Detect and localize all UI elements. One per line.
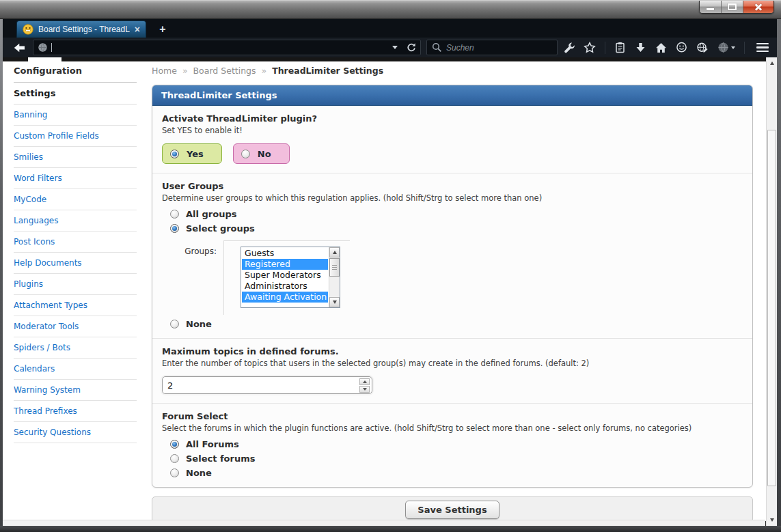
minimize-button[interactable]	[700, 1, 722, 13]
sidebar-item[interactable]: Custom Profile Fields	[14, 126, 137, 147]
spinner-up-icon[interactable]	[359, 378, 370, 385]
user-groups-title: User Groups	[162, 181, 743, 191]
url-bar[interactable]	[33, 40, 421, 55]
groups-field-row: Groups: GuestsRegisteredSuper Moderators…	[165, 240, 743, 315]
activate-desc: Set YES to enable it!	[162, 126, 743, 135]
save-settings-button[interactable]: Save Settings	[405, 501, 499, 519]
messenger-icon[interactable]	[676, 42, 687, 53]
none-label: None	[186, 319, 212, 329]
group-option[interactable]: Super Moderators	[242, 270, 328, 281]
menu-icon[interactable]	[754, 43, 771, 53]
sidebar-heading: Configuration	[14, 66, 137, 83]
sidebar-item[interactable]: Help Documents	[14, 253, 137, 274]
globe-translate-icon[interactable]	[696, 42, 709, 53]
sidebar-menu: BanningCustom Profile FieldsSmiliesWord …	[14, 104, 137, 443]
maximize-button[interactable]	[722, 1, 743, 13]
sidebar-item[interactable]: Languages	[14, 210, 137, 232]
scroll-down-icon[interactable]	[329, 297, 340, 307]
forum-select-title: Forum Select	[162, 411, 743, 421]
scrollbar-thumb[interactable]	[329, 258, 340, 277]
breadcrumb-home-link[interactable]: Home	[152, 66, 177, 76]
breadcrumb-board-settings-link[interactable]: Board Settings	[193, 66, 256, 76]
toolbar-separator	[744, 42, 745, 54]
groups-listbox-options: GuestsRegisteredSuper ModeratorsAdminist…	[242, 248, 328, 307]
max-topics-value: 2	[167, 380, 359, 391]
sidebar-item[interactable]: Word Filters	[14, 168, 137, 189]
sidebar-item[interactable]: Smilies	[14, 147, 137, 168]
groups-listbox[interactable]: GuestsRegisteredSuper ModeratorsAdminist…	[241, 247, 340, 308]
window-titlebar[interactable]	[0, 0, 781, 19]
url-dropdown-icon[interactable]	[392, 46, 398, 49]
forum-option-label: Select forums	[186, 453, 255, 464]
sidebar-item[interactable]: Plugins	[14, 274, 137, 295]
forum-select-option[interactable]: All Forums	[170, 439, 743, 449]
site-identity-globe-icon[interactable]	[38, 42, 48, 53]
max-topics-input[interactable]: 2	[162, 376, 372, 394]
sidebar-item[interactable]: Banning	[14, 104, 137, 126]
new-tab-button[interactable]: +	[154, 23, 172, 36]
scroll-down-icon[interactable]	[767, 515, 777, 525]
forum-select-option[interactable]: None	[170, 468, 743, 478]
radio-icon	[241, 150, 250, 158]
activate-yes-option[interactable]: Yes	[162, 143, 222, 164]
activate-options: Yes No	[162, 143, 743, 164]
text-cursor	[51, 43, 52, 52]
sidebar-item[interactable]: MyCode	[14, 189, 137, 210]
activate-no-option[interactable]: No	[233, 143, 290, 164]
settings-panel: ThreadLimiter Settings Activate ThreadLi…	[152, 85, 753, 488]
breadcrumb: Home » Board Settings » ThreadLimiter Se…	[152, 66, 753, 76]
close-button[interactable]	[743, 1, 773, 13]
user-groups-option-none[interactable]: None	[170, 319, 743, 329]
tab-close-icon[interactable]: ×	[135, 25, 140, 34]
download-icon[interactable]	[635, 42, 646, 53]
select-groups-label: Select groups	[186, 223, 255, 234]
sidebar-item[interactable]: Attachment Types	[14, 295, 137, 316]
radio-icon	[170, 320, 179, 328]
sidebar-item[interactable]: Post Icons	[14, 232, 137, 253]
group-option[interactable]: Registered	[242, 259, 328, 270]
acp-active-tab-remnant	[28, 57, 61, 61]
sidebar-item[interactable]: Thread Prefixes	[14, 401, 137, 422]
scrollbar-thumb[interactable]	[767, 130, 776, 486]
scroll-up-icon[interactable]	[329, 247, 340, 257]
user-groups-radio-group: All groups Select groups	[162, 209, 743, 234]
wrench-icon[interactable]	[563, 42, 575, 53]
user-groups-option-select[interactable]: Select groups	[170, 223, 743, 234]
user-groups-option-all[interactable]: All groups	[170, 209, 743, 219]
scroll-up-icon[interactable]	[767, 58, 777, 68]
tab-favicon-smiley-icon	[23, 24, 33, 35]
browser-tab[interactable]: Board Settings - ThreadLi... ×	[16, 20, 146, 38]
breadcrumb-current: ThreadLimiter Settings	[272, 66, 383, 76]
sidebar-section-settings[interactable]: Settings	[14, 83, 137, 104]
clipboard-icon[interactable]	[614, 42, 626, 53]
back-button[interactable]	[8, 40, 30, 55]
group-option[interactable]: Awaiting Activation	[242, 292, 328, 303]
forum-option-label: All Forums	[186, 439, 239, 449]
sidebar-item[interactable]: Warning System	[14, 380, 137, 401]
home-icon[interactable]	[655, 42, 667, 53]
sidebar-item[interactable]: Moderator Tools	[14, 316, 137, 337]
group-option[interactable]: Administrators	[242, 281, 328, 292]
forum-select-option[interactable]: Select forums	[170, 453, 743, 464]
group-option[interactable]: Guests	[242, 248, 328, 259]
reload-icon[interactable]	[406, 42, 416, 53]
section-activate: Activate ThreadLimiter plugin? Set YES t…	[152, 106, 752, 173]
radio-icon	[170, 210, 179, 219]
profile-globe-icon[interactable]	[717, 42, 735, 53]
page-scrollbar[interactable]	[766, 57, 777, 526]
bookmarks-star-icon[interactable]	[584, 42, 596, 53]
window-border	[0, 526, 781, 532]
sidebar-item[interactable]: Spiders / Bots	[14, 337, 137, 359]
section-forum-select: Forum Select Select the forums in which …	[152, 404, 752, 487]
radio-icon	[170, 440, 179, 449]
sidebar-item[interactable]: Security Questions	[14, 422, 137, 443]
radio-icon	[170, 224, 179, 233]
groups-listbox-scrollbar[interactable]	[329, 247, 340, 307]
horizontal-scroll-area[interactable]	[3, 520, 765, 526]
radio-icon	[170, 468, 179, 477]
search-box[interactable]: Suchen	[426, 40, 558, 55]
groups-field: GuestsRegisteredSuper ModeratorsAdminist…	[223, 240, 350, 315]
spinner-down-icon[interactable]	[359, 386, 370, 393]
sidebar-item[interactable]: Calendars	[14, 359, 137, 380]
sidebar: Configuration Settings BanningCustom Pro…	[14, 66, 137, 443]
